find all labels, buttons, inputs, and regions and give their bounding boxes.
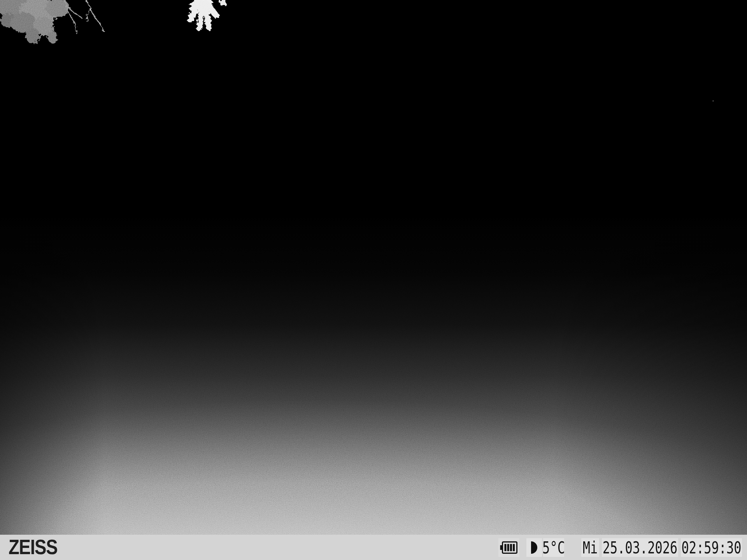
battery-cell [498,538,519,557]
weekday-cell: Mi [581,538,599,557]
camera-status-bar: ZEISS 5°C Mi 25.03.2026 02:59:30 [0,535,747,560]
date-cell: 25.03.2026 [602,538,678,557]
time-value: 02:59:30 [681,537,741,557]
weekday-label: Mi [583,537,598,557]
date-value: 25.03.2026 [603,537,678,557]
moon-cell [526,538,542,557]
trail-camera-photo: ZEISS 5°C Mi 25.03.2026 02:59:30 [0,0,747,560]
foliage-silhouette [0,0,257,62]
time-cell: 02:59:30 [681,538,742,557]
zeiss-logo: ZEISS [9,535,57,559]
temperature-cell: 5°C [543,538,564,557]
ir-lit-ground [0,216,747,535]
battery-full-icon [500,541,518,554]
temperature-value: 5°C [542,537,565,557]
moon-phase-icon [531,541,537,554]
faint-speck [712,100,714,102]
